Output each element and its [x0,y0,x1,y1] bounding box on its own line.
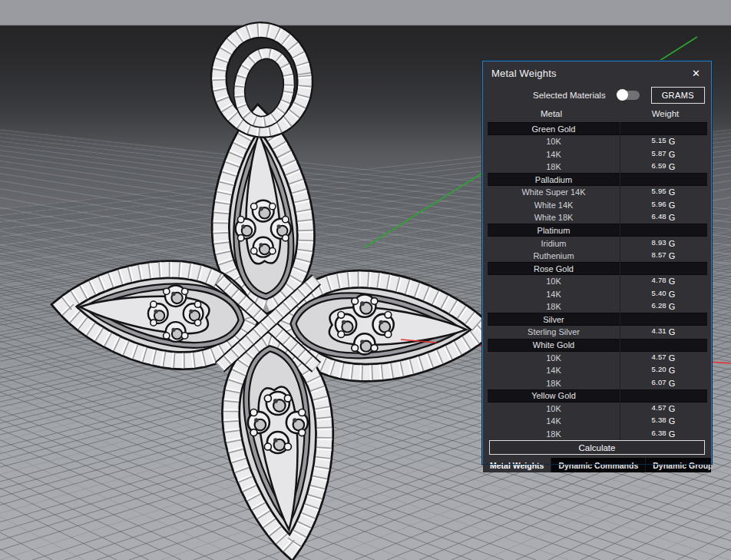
metal-label: 10K [488,277,620,286]
metal-row-palladium-white-14k: White 14K5.96G [488,199,707,211]
metal-label: 18K [488,162,620,171]
weight-value: 4.78G [620,277,707,286]
panel-title: Metal Weights [491,68,557,79]
panel-controls: Selected Materials GRAMS [483,83,711,106]
section-header-rose-gold: Rose Gold [488,262,707,275]
metal-label: 18K [488,429,620,439]
tab-metal-weights[interactable]: Metal Weights [483,458,551,472]
weight-value: 5.38G [620,416,707,426]
panel-tab-bar: Metal WeightsDynamic CommandsDynamic Gro… [483,458,711,472]
weight-value: 6.48G [620,213,707,222]
section-header-white-gold: White Gold [488,339,707,352]
metal-row-palladium-white-super-14k: White Super 14K5.95G [488,186,707,198]
weight-value: 6.38G [620,429,707,439]
metal-label: 10K [488,404,620,413]
metal-label: 18K [488,379,620,388]
metal-row-white-gold-18k: 18K6.07G [488,376,707,389]
metal-label: White Super 14K [488,187,620,197]
section-header-yellow-gold: Yellow Gold [488,389,707,403]
weight-value: 8.57G [620,251,707,260]
selected-materials-label: Selected Materials [533,91,606,100]
metal-label: Sterling Silver [488,327,620,336]
metal-row-palladium-white-18k: White 18K6.48G [488,211,707,224]
metal-row-yellow-gold-10k: 10K4.57G [488,403,707,415]
weight-value: 5.95G [620,187,707,197]
metal-row-yellow-gold-18k: 18K6.38G [488,428,707,440]
metal-label: 14K [488,290,620,299]
application-window: Metal Weights ✕ Selected Materials GRAMS… [0,0,731,560]
metal-label: 14K [488,150,620,159]
metal-row-platinum-iridium: Iridium8.93G [488,237,707,249]
metal-row-yellow-gold-14k: 14K5.38G [488,415,707,427]
weight-value: 4.57G [620,353,707,363]
panel-title-bar: Metal Weights ✕ [483,61,711,83]
metal-row-rose-gold-10k: 10K4.78G [488,275,707,287]
metal-row-white-gold-14k: 14K5.20G [488,364,707,376]
section-header-silver: Silver [488,313,707,326]
weight-value: 5.20G [620,366,707,375]
tab-dynamic-commands[interactable]: Dynamic Commands [551,458,646,472]
close-icon[interactable]: ✕ [689,67,703,80]
weight-column-header: Weight [620,109,711,118]
metal-label: 10K [488,137,620,146]
table-column-headers: Metal Weight [483,106,711,121]
metal-label: 18K [488,302,620,311]
weight-value: 4.57G [620,404,707,413]
metal-row-rose-gold-14k: 14K5.40G [488,288,707,300]
metal-row-green-gold-18k: 18K6.59G [488,161,707,173]
weight-value: 6.07G [620,379,707,388]
metal-label: 10K [488,353,620,363]
weight-value: 8.93G [620,239,707,248]
section-name: Silver [488,315,620,324]
section-name: Green Gold [488,124,620,134]
section-name: White Gold [488,340,620,350]
metal-label: White 18K [488,213,620,222]
metal-label: 14K [488,366,620,375]
weight-value: 6.59G [620,162,707,171]
weight-value: 6.28G [620,302,707,311]
section-name: Palladium [488,175,620,184]
metal-weights-table: Green Gold10K5.15G14K5.87G18K6.59GPallad… [488,122,707,440]
metal-row-green-gold-10k: 10K5.15G [488,135,707,147]
metal-row-rose-gold-18k: 18K6.28G [488,300,707,313]
weight-value: 5.15G [620,137,707,146]
sky [0,0,731,25]
metal-row-platinum-ruthenium: Ruthenium8.57G [488,250,707,262]
metal-label: Iridium [488,239,620,248]
metal-label: Ruthenium [488,251,620,260]
metal-row-silver-sterling-silver: Sterling Silver4.31G [488,326,707,338]
section-name: Rose Gold [488,264,620,273]
metal-label: White 14K [488,200,620,210]
metal-row-white-gold-10k: 10K4.57G [488,352,707,364]
weight-value: 5.87G [620,150,707,159]
unit-button[interactable]: GRAMS [651,87,705,104]
metal-weights-panel: Metal Weights ✕ Selected Materials GRAMS… [482,61,712,464]
section-name: Platinum [488,226,620,235]
metal-row-green-gold-14k: 14K5.87G [488,147,707,160]
metal-label: 14K [488,416,620,426]
weight-value: 5.40G [620,290,707,299]
toggle-knob [617,89,628,101]
selected-materials-toggle[interactable] [617,91,640,100]
section-header-palladium: Palladium [488,173,707,186]
metal-column-header: Metal [483,109,620,118]
section-header-platinum: Platinum [488,224,707,237]
section-header-green-gold: Green Gold [488,122,707,135]
weight-value: 4.31G [620,327,707,336]
tab-dynamic-groups[interactable]: Dynamic Groups [646,458,711,472]
weight-value: 5.96G [620,200,707,210]
calculate-button[interactable]: Calculate [489,440,705,455]
section-name: Yellow Gold [488,391,620,400]
